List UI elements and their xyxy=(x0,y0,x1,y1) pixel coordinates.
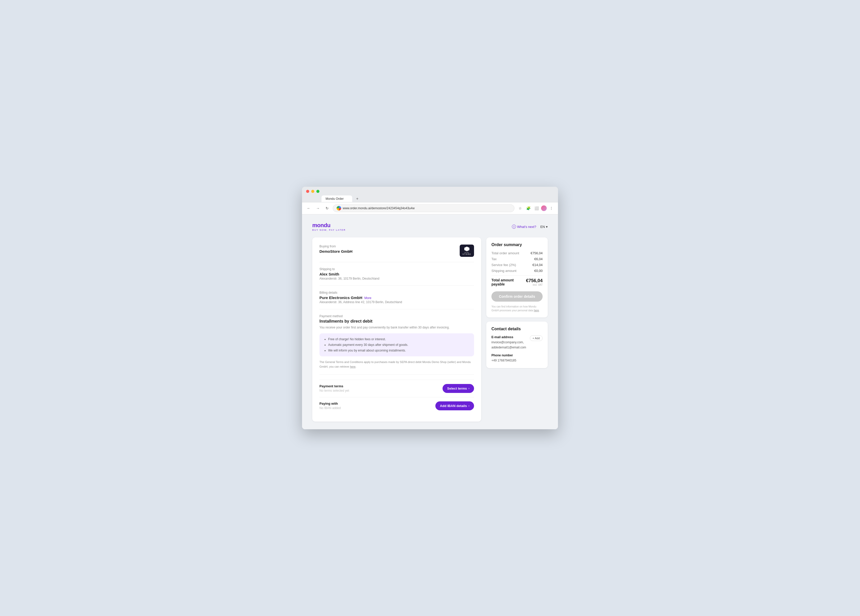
select-terms-button[interactable]: Select terms › xyxy=(443,384,474,393)
browser-toolbar: ← → ↻ www.order.mondu.ai/demostore/24234… xyxy=(302,202,558,215)
total-order-value: €756,04 xyxy=(530,251,543,255)
toolbar-actions: ☆ 🧩 ⬜ ⋮ xyxy=(516,205,555,212)
terms-link[interactable]: here xyxy=(350,365,356,368)
forward-button[interactable]: → xyxy=(314,205,322,212)
select-terms-label: Select terms xyxy=(447,387,467,390)
store-logo-hex xyxy=(464,247,469,251)
email-field-row: E-mail address invoice@company.com, adde… xyxy=(491,335,543,350)
mondu-logo: mondu BUY NOW, PAY LATER xyxy=(312,222,346,231)
phone-field-row: Phone number +49 17687940185 xyxy=(491,354,543,363)
billing-details-label: Billing details xyxy=(319,291,474,295)
shipping-to-section: Shipping to Alex Smith Alexanderstr. 36,… xyxy=(319,267,474,286)
payment-method-label: Payment method xyxy=(319,314,474,318)
benefit-item-3: We will inform you by email about upcomi… xyxy=(328,348,469,353)
reload-button[interactable]: ↻ xyxy=(323,205,331,212)
contact-details-title: Contact details xyxy=(491,327,543,331)
whats-next-label: What's next? xyxy=(517,225,536,229)
buying-from-info: Buying from DemoStore GmbH xyxy=(319,245,352,254)
paying-with-placeholder: No IBAN added xyxy=(319,406,341,410)
extensions-button[interactable]: 🧩 xyxy=(525,205,532,212)
header-actions: i What's next? EN ▾ xyxy=(512,225,548,229)
privacy-period: . xyxy=(539,309,540,312)
payment-benefits: Free of charge! No hidden fees or intere… xyxy=(319,333,474,356)
benefit-item-2: Automatic payment every 30 days after sh… xyxy=(328,343,469,347)
email-info: E-mail address invoice@company.com, adde… xyxy=(491,335,526,350)
summary-total-row: Total amount payable €756,04 incl. VAT xyxy=(491,278,543,286)
info-icon: i xyxy=(512,225,516,229)
profile-icon[interactable] xyxy=(541,205,547,211)
privacy-link[interactable]: here xyxy=(534,309,539,312)
back-button[interactable]: ← xyxy=(305,205,312,212)
tab-title: Mondu Order xyxy=(326,197,344,201)
add-email-button[interactable]: + Add xyxy=(530,335,543,341)
payment-method-description: You receive your order first and pay con… xyxy=(319,325,474,330)
language-selector[interactable]: EN ▾ xyxy=(540,225,548,229)
page-content: mondu BUY NOW, PAY LATER i What's next? … xyxy=(302,215,558,429)
terms-period: . xyxy=(356,365,356,368)
browser-titlebar: Mondu Order + xyxy=(302,187,558,202)
shipping-to-name: Alex Smith xyxy=(319,272,474,276)
payment-terms-label: Payment terms xyxy=(319,384,349,388)
page-header: mondu BUY NOW, PAY LATER i What's next? … xyxy=(312,222,548,231)
service-fee-value: €14,04 xyxy=(532,263,543,267)
buying-from-name: DemoStore GmbH xyxy=(319,249,352,254)
add-email-label: + Add xyxy=(533,337,540,340)
url-text: www.order.mondu.ai/demostore/2423454q34o… xyxy=(343,207,415,210)
store-logo: DEMO STORE xyxy=(460,245,474,257)
phone-label: Phone number xyxy=(491,354,516,357)
terms-text: The General Terms and Conditions apply t… xyxy=(319,360,474,369)
service-fee-label: Service fee (2%) xyxy=(491,263,516,267)
total-payable-value: €756,04 xyxy=(526,278,543,284)
summary-row-shipping: Shipping amount €0,00 xyxy=(491,269,543,273)
right-panel: Order summary Total order amount €756,04… xyxy=(486,237,548,368)
url-bar[interactable]: www.order.mondu.ai/demostore/2423454q34o… xyxy=(333,204,515,212)
order-summary-title: Order summary xyxy=(491,243,543,247)
browser-window: Mondu Order + ← → ↻ www.order.mondu.ai/d… xyxy=(302,187,558,429)
more-link[interactable]: More xyxy=(364,296,371,300)
browser-tab[interactable]: Mondu Order xyxy=(322,196,352,202)
menu-button[interactable]: ⋮ xyxy=(548,205,555,212)
billing-name-row: Pure Electronics GmbH More xyxy=(319,295,474,300)
incl-vat-text: incl. VAT xyxy=(526,284,543,286)
benefits-list: Free of charge! No hidden fees or intere… xyxy=(324,337,469,353)
browser-controls xyxy=(306,190,554,193)
browser-tab-bar: Mondu Order + xyxy=(322,196,554,202)
contact-details-card: Contact details E-mail address invoice@c… xyxy=(486,321,548,368)
paying-with-info: Paying with No IBAN added xyxy=(319,401,341,410)
paying-with-row: Paying with No IBAN added Add IBAN detai… xyxy=(319,397,474,414)
whats-next-button[interactable]: i What's next? xyxy=(512,225,536,229)
summary-row-service-fee: Service fee (2%) €14,04 xyxy=(491,263,543,267)
billing-company-name: Pure Electronics GmbH xyxy=(319,295,363,300)
privacy-main-text: You can find information on how Mondu Gm… xyxy=(491,305,536,312)
confirm-order-label: Confirm order details xyxy=(499,295,535,299)
new-tab-button[interactable]: + xyxy=(354,196,360,202)
billing-address: Alexanderstr. 36, Address line #2, 10179… xyxy=(319,300,474,304)
payment-method-section: Payment method Installments by direct de… xyxy=(319,314,474,374)
add-iban-label: Add IBAN details xyxy=(440,404,467,408)
cast-button[interactable]: ⬜ xyxy=(533,205,540,212)
buying-from-section: Buying from DemoStore GmbH DEMO STORE xyxy=(319,245,474,262)
shipping-label: Shipping amount xyxy=(491,269,516,273)
summary-row-tax: Tax €6,04 xyxy=(491,257,543,261)
minimize-button[interactable] xyxy=(311,190,314,193)
close-button[interactable] xyxy=(306,190,309,193)
total-payable-label: Total amount payable xyxy=(491,278,526,286)
maximize-button[interactable] xyxy=(316,190,319,193)
summary-row-total-order: Total order amount €756,04 xyxy=(491,251,543,255)
language-label: EN xyxy=(540,225,545,229)
google-icon xyxy=(337,206,341,210)
shipping-to-label: Shipping to xyxy=(319,267,474,271)
order-summary-card: Order summary Total order amount €756,04… xyxy=(486,237,548,317)
summary-divider xyxy=(491,275,543,276)
confirm-order-button[interactable]: Confirm order details xyxy=(491,292,543,302)
benefit-item-1: Free of charge! No hidden fees or intere… xyxy=(328,337,469,342)
chevron-down-icon: ▾ xyxy=(546,225,548,229)
total-order-label: Total order amount xyxy=(491,251,519,255)
add-iban-button[interactable]: Add IBAN details › xyxy=(435,401,474,410)
bookmark-button[interactable]: ☆ xyxy=(516,205,524,212)
phone-value: +49 17687940185 xyxy=(491,358,516,363)
iban-chevron-icon: › xyxy=(468,404,469,407)
billing-details-section: Billing details Pure Electronics GmbH Mo… xyxy=(319,291,474,309)
buying-from-label: Buying from xyxy=(319,245,352,248)
tax-value: €6,04 xyxy=(534,257,543,261)
